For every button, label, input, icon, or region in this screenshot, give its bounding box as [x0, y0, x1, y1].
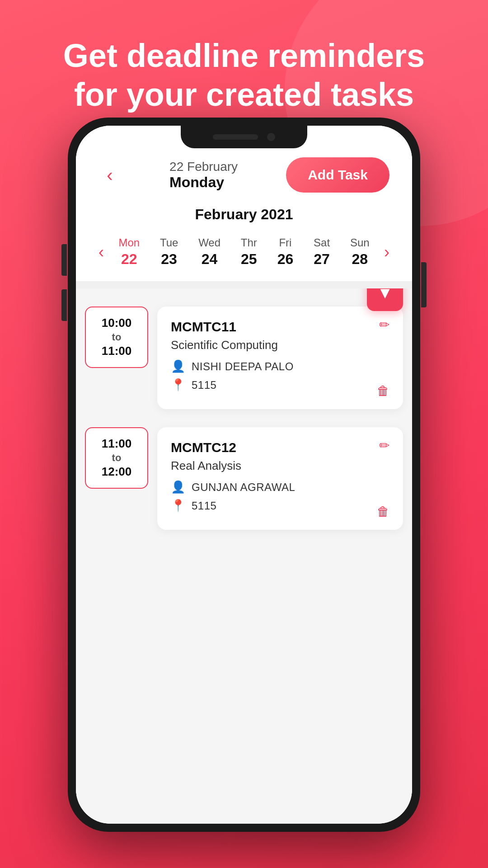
time-end: 12:00	[91, 464, 142, 480]
calendar-day-27[interactable]: Sat 27	[310, 232, 333, 272]
add-task-button[interactable]: Add Task	[286, 157, 389, 193]
calendar-section: February 2021 ‹ Mon 22 Tue 23 Wed 24 Thr…	[76, 202, 412, 281]
phone-mockup: ‹ 22 February Monday Add Task February 2…	[68, 118, 420, 832]
task-room: 5115	[192, 500, 216, 512]
cal-day-name: Thr	[241, 236, 257, 249]
back-icon: ‹	[107, 165, 113, 185]
section-divider	[76, 281, 412, 288]
header-section: Get deadline reminders for your created …	[0, 0, 488, 132]
filter-icon: ▼	[377, 288, 393, 302]
notch-speaker	[213, 134, 258, 140]
edit-button[interactable]: ✏	[379, 438, 389, 453]
cal-day-name: Sat	[314, 236, 330, 249]
task-row: 11:00 to 12:00 ✏ MCMTC12 Real Analysis 👤…	[85, 427, 403, 530]
calendar-day-26[interactable]: Fri 26	[274, 232, 297, 272]
date-info: 22 February Monday	[169, 160, 238, 191]
delete-button[interactable]: 🗑	[377, 504, 389, 519]
cal-day-num: 23	[161, 251, 177, 268]
cal-day-name: Sun	[350, 236, 370, 249]
task-teacher-meta: 👤 GUNJAN AGRAWAL	[171, 480, 389, 494]
cal-day-num: 26	[277, 251, 294, 268]
person-icon: 👤	[171, 480, 185, 494]
task-teacher-meta: 👤 NISHI DEEPA PALO	[171, 359, 389, 373]
location-icon: 📍	[171, 378, 185, 392]
task-row: 10:00 to 11:00 ✏ MCMTC11 Scientific Comp…	[85, 307, 403, 409]
time-end: 11:00	[91, 344, 142, 359]
volume-up-button	[61, 244, 67, 276]
back-button[interactable]: ‹	[99, 164, 121, 186]
app-content: ‹ 22 February Monday Add Task February 2…	[76, 126, 412, 824]
calendar-day-22[interactable]: Mon 22	[115, 232, 143, 272]
cal-day-num: 24	[202, 251, 218, 268]
header-line1: Get deadline reminders	[63, 38, 425, 74]
cal-day-name: Tue	[160, 236, 178, 249]
task-card: ✏ MCMTC11 Scientific Computing 👤 NISHI D…	[157, 307, 403, 409]
phone-screen: ‹ 22 February Monday Add Task February 2…	[76, 126, 412, 824]
phone-frame: ‹ 22 February Monday Add Task February 2…	[68, 118, 420, 832]
task-room: 5115	[192, 379, 216, 392]
cal-day-name: Fri	[279, 236, 291, 249]
time-start: 11:00	[91, 436, 142, 452]
task-teacher: NISHI DEEPA PALO	[192, 360, 294, 373]
header-title: Get deadline reminders for your created …	[27, 36, 461, 114]
calendar-day-25[interactable]: Thr 25	[237, 232, 261, 272]
task-room-meta: 📍 5115	[171, 499, 389, 513]
task-teacher: GUNJAN AGRAWAL	[192, 481, 295, 494]
task-list: ▼ 10:00 to 11:00 ✏ MCMTC11 Scientific Co…	[76, 288, 412, 824]
time-box: 10:00 to 11:00	[85, 307, 148, 368]
cal-day-num: 28	[352, 251, 368, 268]
date-line2: Monday	[169, 174, 224, 191]
cal-day-num: 25	[241, 251, 257, 268]
date-line1: 22 February	[169, 160, 238, 174]
time-start: 10:00	[91, 316, 142, 331]
task-card: ✏ MCMTC12 Real Analysis 👤 GUNJAN AGRAWAL…	[157, 427, 403, 530]
power-button	[421, 262, 427, 307]
cal-day-num: 22	[121, 251, 137, 268]
header-line2: for your created tasks	[74, 76, 414, 113]
calendar-day-24[interactable]: Wed 24	[195, 232, 224, 272]
notch-camera	[267, 133, 275, 141]
volume-down-button	[61, 289, 67, 321]
time-to: to	[91, 452, 142, 465]
cal-day-name: Wed	[198, 236, 221, 249]
time-to: to	[91, 331, 142, 344]
calendar-days: Mon 22 Tue 23 Wed 24 Thr 25 Fri 26 Sat 2…	[108, 232, 380, 272]
task-subject: Scientific Computing	[171, 338, 389, 352]
calendar-day-23[interactable]: Tue 23	[156, 232, 182, 272]
edit-button[interactable]: ✏	[379, 317, 389, 332]
task-rows: 10:00 to 11:00 ✏ MCMTC11 Scientific Comp…	[85, 307, 403, 530]
calendar-prev-button[interactable]: ‹	[94, 243, 108, 262]
delete-button[interactable]: 🗑	[377, 383, 389, 398]
location-icon: 📍	[171, 499, 185, 513]
cal-day-name: Mon	[118, 236, 140, 249]
person-icon: 👤	[171, 359, 185, 373]
calendar-week: ‹ Mon 22 Tue 23 Wed 24 Thr 25 Fri 26 Sat…	[89, 232, 399, 272]
task-subject: Real Analysis	[171, 459, 389, 473]
task-room-meta: 📍 5115	[171, 378, 389, 392]
cal-day-num: 27	[314, 251, 330, 268]
calendar-next-button[interactable]: ›	[380, 243, 394, 262]
task-code: MCMTC11	[171, 319, 389, 335]
time-box: 11:00 to 12:00	[85, 427, 148, 489]
filter-button[interactable]: ▼	[367, 288, 403, 311]
calendar-month: February 2021	[89, 206, 399, 223]
task-code: MCMTC12	[171, 440, 389, 455]
calendar-day-28[interactable]: Sun 28	[347, 232, 373, 272]
